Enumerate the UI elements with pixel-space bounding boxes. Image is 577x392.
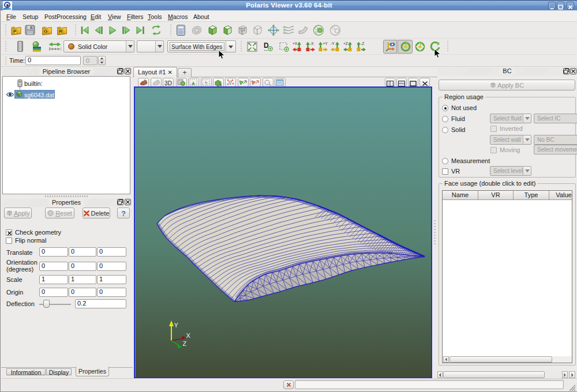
svg-text:-X: -X [310, 42, 314, 46]
svg-text:+X: +X [293, 42, 298, 46]
svg-text:Y: Y [174, 322, 179, 329]
svg-text:+Y: +Y [323, 42, 328, 46]
svg-text:+Z: +Z [343, 42, 348, 46]
svg-text:P: P [13, 29, 17, 34]
svg-text:-Z: -Z [361, 42, 364, 46]
svg-text:-Y: -Y [331, 42, 335, 46]
svg-text:R: R [59, 29, 62, 34]
svg-text:X: X [186, 332, 191, 339]
svg-text:Z: Z [183, 340, 187, 347]
svg-text:G: G [44, 29, 47, 34]
